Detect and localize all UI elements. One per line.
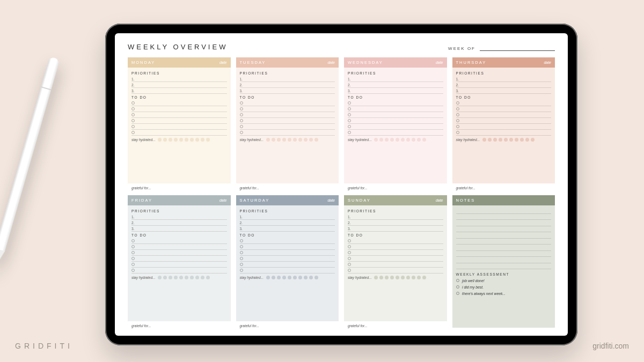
grateful-label[interactable]: grateful for... [344, 321, 447, 328]
todo-line[interactable] [131, 112, 227, 118]
todo-line[interactable] [240, 106, 335, 112]
checkbox-icon[interactable] [348, 245, 351, 248]
tracker-dot[interactable] [195, 276, 199, 279]
radio-icon[interactable] [456, 285, 460, 289]
checkbox-icon[interactable] [240, 125, 243, 128]
todo-line[interactable] [131, 244, 227, 250]
tracker-dot[interactable] [158, 138, 162, 142]
radio-icon[interactable] [456, 292, 460, 295]
checkbox-icon[interactable] [348, 269, 351, 272]
checkbox-icon[interactable] [240, 101, 243, 105]
tracker-dot[interactable] [293, 276, 297, 279]
checkbox-icon[interactable] [131, 251, 135, 254]
tracker-dot[interactable] [406, 138, 410, 142]
date-label[interactable]: date [436, 198, 443, 202]
checkbox-icon[interactable] [348, 251, 351, 254]
tracker-dot[interactable] [390, 276, 394, 279]
priority-line[interactable]: 3. [240, 88, 335, 94]
checkbox-icon[interactable] [240, 131, 243, 134]
tracker-dot[interactable] [158, 276, 162, 279]
checkbox-icon[interactable] [131, 263, 135, 266]
tracker-dot[interactable] [185, 138, 188, 142]
tracker-dot[interactable] [163, 138, 167, 142]
todo-line[interactable] [240, 118, 335, 124]
checkbox-icon[interactable] [456, 113, 459, 116]
checkbox-icon[interactable] [456, 125, 459, 128]
todo-line[interactable] [348, 100, 443, 106]
priority-line[interactable]: 2. [131, 82, 227, 88]
todo-line[interactable] [240, 256, 335, 262]
tracker-dot[interactable] [298, 138, 302, 142]
todo-line[interactable] [131, 238, 227, 244]
todo-line[interactable] [348, 106, 443, 112]
todo-line[interactable] [240, 262, 335, 268]
tracker-dot[interactable] [417, 276, 421, 279]
tracker-dot[interactable] [163, 276, 167, 279]
tracker-dot[interactable] [277, 138, 281, 142]
tracker-dot[interactable] [520, 138, 524, 142]
todo-line[interactable] [240, 100, 335, 106]
priority-line[interactable]: 3. [456, 88, 552, 94]
grateful-label[interactable]: grateful for... [128, 183, 231, 190]
grateful-label[interactable]: grateful for... [236, 321, 339, 328]
tracker-dot[interactable] [169, 276, 172, 279]
checkbox-icon[interactable] [348, 113, 351, 116]
tracker-dot[interactable] [288, 276, 291, 279]
tracker-dot[interactable] [396, 276, 399, 279]
todo-line[interactable] [240, 130, 335, 136]
checkbox-icon[interactable] [240, 107, 243, 110]
tracker-dot[interactable] [304, 276, 308, 279]
tracker-dot[interactable] [525, 138, 529, 142]
checkbox-icon[interactable] [131, 101, 135, 105]
notes-line[interactable] [456, 232, 552, 239]
tracker-dot[interactable] [195, 138, 199, 142]
todo-line[interactable] [348, 118, 443, 124]
checkbox-icon[interactable] [456, 107, 459, 110]
checkbox-icon[interactable] [348, 101, 351, 105]
priority-line[interactable]: 1. [348, 76, 443, 82]
notes-line[interactable] [456, 263, 552, 270]
checkbox-icon[interactable] [240, 251, 243, 254]
tracker-dot[interactable] [201, 138, 204, 142]
todo-line[interactable] [348, 244, 443, 250]
priority-line[interactable]: 2. [240, 82, 335, 88]
date-label[interactable]: date [436, 61, 443, 64]
tracker-dot[interactable] [499, 138, 502, 142]
week-of-field[interactable]: WEEK OF [448, 46, 555, 51]
todo-line[interactable] [456, 118, 552, 124]
tracker-dot[interactable] [293, 138, 297, 142]
todo-line[interactable] [348, 112, 443, 118]
todo-line[interactable] [456, 112, 552, 118]
priority-line[interactable]: 2. [456, 82, 552, 88]
todo-line[interactable] [348, 262, 443, 268]
tracker-dot[interactable] [304, 138, 308, 142]
todo-line[interactable] [131, 268, 227, 274]
tracker-dot[interactable] [531, 138, 535, 142]
checkbox-icon[interactable] [456, 119, 459, 122]
week-of-input-line[interactable] [480, 50, 555, 51]
tracker-dot[interactable] [206, 276, 210, 279]
tracker-dot[interactable] [482, 138, 486, 142]
notes-line[interactable] [456, 251, 552, 257]
radio-icon[interactable] [456, 279, 460, 283]
todo-line[interactable] [456, 106, 552, 112]
tracker-dot[interactable] [422, 138, 426, 142]
todo-line[interactable] [131, 106, 227, 112]
priority-line[interactable]: 3. [131, 88, 227, 94]
tracker-dot[interactable] [179, 276, 183, 279]
priority-line[interactable]: 3. [348, 226, 443, 232]
todo-line[interactable] [131, 130, 227, 136]
todo-line[interactable] [131, 100, 227, 106]
tracker-dot[interactable] [401, 138, 405, 142]
tracker-dot[interactable] [174, 276, 178, 279]
todo-line[interactable] [131, 250, 227, 256]
checkbox-icon[interactable] [240, 263, 243, 266]
todo-line[interactable] [240, 250, 335, 256]
notes-line[interactable] [456, 220, 552, 226]
notes-line[interactable] [456, 214, 552, 220]
date-label[interactable]: date [327, 61, 335, 64]
tracker-dot[interactable] [417, 138, 421, 142]
todo-line[interactable] [348, 256, 443, 262]
tracker-dot[interactable] [379, 138, 383, 142]
checkbox-icon[interactable] [348, 125, 351, 128]
